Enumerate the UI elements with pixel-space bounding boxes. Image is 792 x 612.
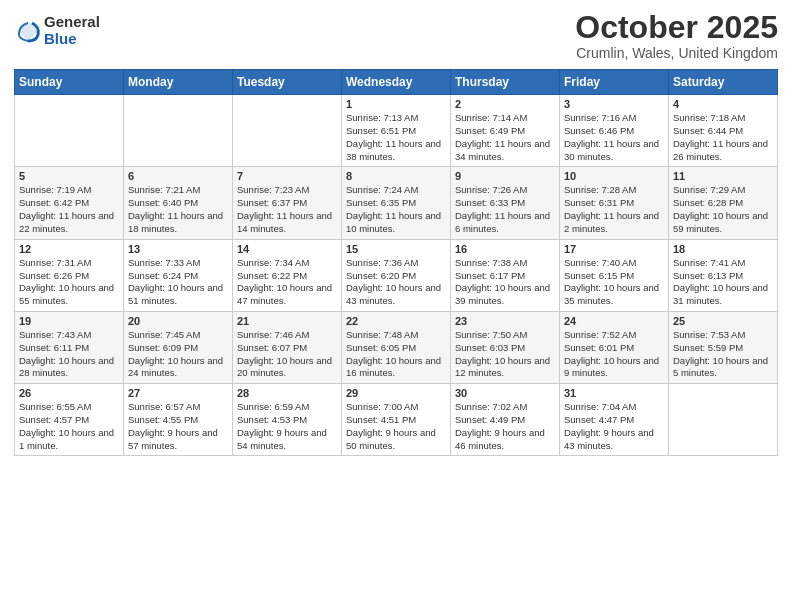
day-number-10: 10: [564, 170, 664, 182]
calendar-cell-w3-d2: 21Sunrise: 7:46 AM Sunset: 6:07 PM Dayli…: [233, 311, 342, 383]
calendar-cell-w3-d4: 23Sunrise: 7:50 AM Sunset: 6:03 PM Dayli…: [451, 311, 560, 383]
month-title: October 2025: [575, 10, 778, 45]
day-number-28: 28: [237, 387, 337, 399]
logo: General Blue: [14, 14, 100, 47]
day-info-15: Sunrise: 7:36 AM Sunset: 6:20 PM Dayligh…: [346, 257, 446, 308]
calendar-cell-w2-d5: 17Sunrise: 7:40 AM Sunset: 6:15 PM Dayli…: [560, 239, 669, 311]
day-number-7: 7: [237, 170, 337, 182]
header-saturday: Saturday: [669, 70, 778, 95]
day-number-12: 12: [19, 243, 119, 255]
calendar-cell-w4-d0: 26Sunrise: 6:55 AM Sunset: 4:57 PM Dayli…: [15, 384, 124, 456]
calendar-body: 1Sunrise: 7:13 AM Sunset: 6:51 PM Daylig…: [15, 95, 778, 456]
week-row-1: 5Sunrise: 7:19 AM Sunset: 6:42 PM Daylig…: [15, 167, 778, 239]
day-number-24: 24: [564, 315, 664, 327]
day-number-5: 5: [19, 170, 119, 182]
day-number-22: 22: [346, 315, 446, 327]
day-info-11: Sunrise: 7:29 AM Sunset: 6:28 PM Dayligh…: [673, 184, 773, 235]
day-info-14: Sunrise: 7:34 AM Sunset: 6:22 PM Dayligh…: [237, 257, 337, 308]
calendar-cell-w0-d4: 2Sunrise: 7:14 AM Sunset: 6:49 PM Daylig…: [451, 95, 560, 167]
day-info-4: Sunrise: 7:18 AM Sunset: 6:44 PM Dayligh…: [673, 112, 773, 163]
day-number-6: 6: [128, 170, 228, 182]
day-number-4: 4: [673, 98, 773, 110]
calendar-cell-w4-d3: 29Sunrise: 7:00 AM Sunset: 4:51 PM Dayli…: [342, 384, 451, 456]
day-number-16: 16: [455, 243, 555, 255]
header-monday: Monday: [124, 70, 233, 95]
week-row-3: 19Sunrise: 7:43 AM Sunset: 6:11 PM Dayli…: [15, 311, 778, 383]
day-info-3: Sunrise: 7:16 AM Sunset: 6:46 PM Dayligh…: [564, 112, 664, 163]
day-number-18: 18: [673, 243, 773, 255]
calendar-cell-w1-d1: 6Sunrise: 7:21 AM Sunset: 6:40 PM Daylig…: [124, 167, 233, 239]
day-info-17: Sunrise: 7:40 AM Sunset: 6:15 PM Dayligh…: [564, 257, 664, 308]
logo-text: General Blue: [44, 14, 100, 47]
day-info-30: Sunrise: 7:02 AM Sunset: 4:49 PM Dayligh…: [455, 401, 555, 452]
calendar-cell-w4-d5: 31Sunrise: 7:04 AM Sunset: 4:47 PM Dayli…: [560, 384, 669, 456]
day-info-23: Sunrise: 7:50 AM Sunset: 6:03 PM Dayligh…: [455, 329, 555, 380]
week-row-2: 12Sunrise: 7:31 AM Sunset: 6:26 PM Dayli…: [15, 239, 778, 311]
day-number-29: 29: [346, 387, 446, 399]
day-info-10: Sunrise: 7:28 AM Sunset: 6:31 PM Dayligh…: [564, 184, 664, 235]
calendar-cell-w0-d5: 3Sunrise: 7:16 AM Sunset: 6:46 PM Daylig…: [560, 95, 669, 167]
day-number-2: 2: [455, 98, 555, 110]
day-number-31: 31: [564, 387, 664, 399]
calendar-cell-w4-d6: [669, 384, 778, 456]
day-info-18: Sunrise: 7:41 AM Sunset: 6:13 PM Dayligh…: [673, 257, 773, 308]
day-info-13: Sunrise: 7:33 AM Sunset: 6:24 PM Dayligh…: [128, 257, 228, 308]
day-info-25: Sunrise: 7:53 AM Sunset: 5:59 PM Dayligh…: [673, 329, 773, 380]
day-info-20: Sunrise: 7:45 AM Sunset: 6:09 PM Dayligh…: [128, 329, 228, 380]
day-number-27: 27: [128, 387, 228, 399]
logo-general-text: General: [44, 14, 100, 31]
day-info-28: Sunrise: 6:59 AM Sunset: 4:53 PM Dayligh…: [237, 401, 337, 452]
day-number-19: 19: [19, 315, 119, 327]
calendar-cell-w1-d2: 7Sunrise: 7:23 AM Sunset: 6:37 PM Daylig…: [233, 167, 342, 239]
week-row-0: 1Sunrise: 7:13 AM Sunset: 6:51 PM Daylig…: [15, 95, 778, 167]
week-row-4: 26Sunrise: 6:55 AM Sunset: 4:57 PM Dayli…: [15, 384, 778, 456]
day-info-31: Sunrise: 7:04 AM Sunset: 4:47 PM Dayligh…: [564, 401, 664, 452]
calendar-cell-w0-d0: [15, 95, 124, 167]
day-number-13: 13: [128, 243, 228, 255]
day-number-20: 20: [128, 315, 228, 327]
title-area: October 2025 Crumlin, Wales, United King…: [575, 10, 778, 61]
calendar-cell-w1-d4: 9Sunrise: 7:26 AM Sunset: 6:33 PM Daylig…: [451, 167, 560, 239]
day-number-9: 9: [455, 170, 555, 182]
day-info-7: Sunrise: 7:23 AM Sunset: 6:37 PM Dayligh…: [237, 184, 337, 235]
header: General Blue October 2025 Crumlin, Wales…: [14, 10, 778, 61]
header-wednesday: Wednesday: [342, 70, 451, 95]
calendar-cell-w4-d2: 28Sunrise: 6:59 AM Sunset: 4:53 PM Dayli…: [233, 384, 342, 456]
logo-blue-text: Blue: [44, 31, 100, 48]
calendar-cell-w4-d1: 27Sunrise: 6:57 AM Sunset: 4:55 PM Dayli…: [124, 384, 233, 456]
day-info-8: Sunrise: 7:24 AM Sunset: 6:35 PM Dayligh…: [346, 184, 446, 235]
header-thursday: Thursday: [451, 70, 560, 95]
day-number-1: 1: [346, 98, 446, 110]
day-number-3: 3: [564, 98, 664, 110]
day-number-14: 14: [237, 243, 337, 255]
calendar-cell-w1-d0: 5Sunrise: 7:19 AM Sunset: 6:42 PM Daylig…: [15, 167, 124, 239]
calendar-cell-w0-d3: 1Sunrise: 7:13 AM Sunset: 6:51 PM Daylig…: [342, 95, 451, 167]
day-info-24: Sunrise: 7:52 AM Sunset: 6:01 PM Dayligh…: [564, 329, 664, 380]
page: General Blue October 2025 Crumlin, Wales…: [0, 0, 792, 612]
day-info-9: Sunrise: 7:26 AM Sunset: 6:33 PM Dayligh…: [455, 184, 555, 235]
day-info-16: Sunrise: 7:38 AM Sunset: 6:17 PM Dayligh…: [455, 257, 555, 308]
day-info-29: Sunrise: 7:00 AM Sunset: 4:51 PM Dayligh…: [346, 401, 446, 452]
calendar-cell-w2-d2: 14Sunrise: 7:34 AM Sunset: 6:22 PM Dayli…: [233, 239, 342, 311]
header-friday: Friday: [560, 70, 669, 95]
calendar-table: Sunday Monday Tuesday Wednesday Thursday…: [14, 69, 778, 456]
calendar-cell-w2-d4: 16Sunrise: 7:38 AM Sunset: 6:17 PM Dayli…: [451, 239, 560, 311]
calendar-cell-w2-d6: 18Sunrise: 7:41 AM Sunset: 6:13 PM Dayli…: [669, 239, 778, 311]
calendar-cell-w2-d1: 13Sunrise: 7:33 AM Sunset: 6:24 PM Dayli…: [124, 239, 233, 311]
day-info-27: Sunrise: 6:57 AM Sunset: 4:55 PM Dayligh…: [128, 401, 228, 452]
day-info-21: Sunrise: 7:46 AM Sunset: 6:07 PM Dayligh…: [237, 329, 337, 380]
calendar-cell-w0-d6: 4Sunrise: 7:18 AM Sunset: 6:44 PM Daylig…: [669, 95, 778, 167]
header-sunday: Sunday: [15, 70, 124, 95]
day-number-30: 30: [455, 387, 555, 399]
day-number-21: 21: [237, 315, 337, 327]
day-number-23: 23: [455, 315, 555, 327]
calendar-cell-w1-d3: 8Sunrise: 7:24 AM Sunset: 6:35 PM Daylig…: [342, 167, 451, 239]
day-info-1: Sunrise: 7:13 AM Sunset: 6:51 PM Dayligh…: [346, 112, 446, 163]
header-tuesday: Tuesday: [233, 70, 342, 95]
calendar-cell-w3-d5: 24Sunrise: 7:52 AM Sunset: 6:01 PM Dayli…: [560, 311, 669, 383]
day-number-11: 11: [673, 170, 773, 182]
calendar-cell-w3-d1: 20Sunrise: 7:45 AM Sunset: 6:09 PM Dayli…: [124, 311, 233, 383]
calendar-cell-w0-d1: [124, 95, 233, 167]
location: Crumlin, Wales, United Kingdom: [575, 45, 778, 61]
logo-icon: [14, 17, 42, 45]
